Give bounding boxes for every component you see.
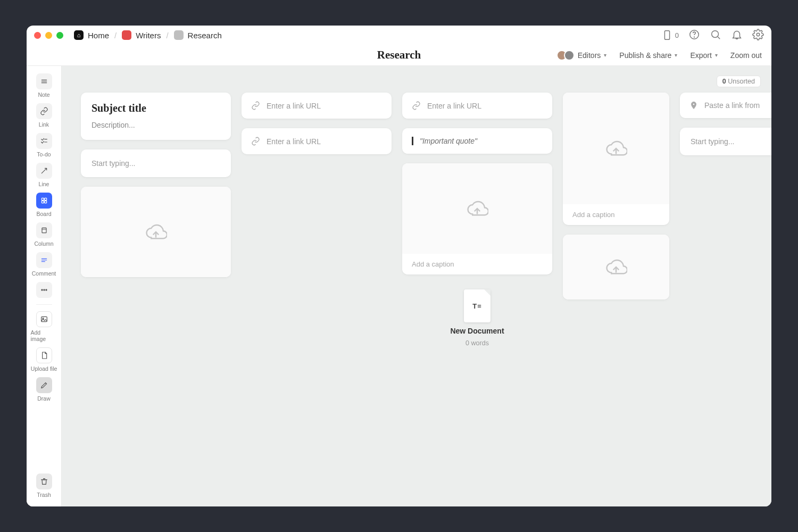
notifications-button[interactable] bbox=[731, 29, 743, 42]
quote-placeholder[interactable]: "Important quote" bbox=[412, 137, 543, 145]
line-icon bbox=[36, 163, 52, 179]
tool-draw[interactable]: Draw bbox=[31, 377, 57, 402]
help-icon bbox=[688, 29, 700, 40]
cloud-upload-icon bbox=[605, 256, 627, 278]
tool-label: Line bbox=[39, 181, 49, 187]
window-minimize[interactable] bbox=[45, 32, 52, 39]
search-button[interactable] bbox=[710, 29, 721, 42]
tool-column[interactable]: Column bbox=[31, 222, 57, 247]
svg-rect-23 bbox=[41, 317, 47, 321]
breadcrumb-writers[interactable]: Writers bbox=[122, 30, 161, 40]
avatar-stack bbox=[556, 50, 575, 61]
tool-comment[interactable]: Comment bbox=[31, 252, 57, 277]
image-dropzone[interactable] bbox=[81, 187, 231, 277]
quote-card[interactable]: "Important quote" bbox=[402, 128, 552, 154]
image-dropzone[interactable] bbox=[402, 163, 552, 254]
breadcrumb-home[interactable]: ⌂ Home bbox=[74, 30, 109, 40]
note-card[interactable]: Start typing... bbox=[680, 128, 771, 155]
note-placeholder[interactable]: Start typing... bbox=[691, 137, 765, 146]
note-placeholder[interactable]: Start typing... bbox=[92, 159, 220, 168]
caption-input[interactable]: Add a caption bbox=[402, 254, 552, 275]
tool-trash[interactable]: Trash bbox=[31, 473, 57, 498]
sidebar-divider bbox=[36, 304, 52, 305]
link-placeholder[interactable]: Enter a link URL bbox=[427, 102, 481, 110]
tool-note[interactable]: Note bbox=[31, 73, 57, 98]
image-card[interactable]: Add a caption bbox=[402, 163, 552, 275]
canvas[interactable]: 0 Unsorted Subject title Description... … bbox=[62, 66, 771, 506]
cloud-upload-icon bbox=[605, 137, 627, 160]
cards-badge[interactable]: 0 bbox=[661, 29, 679, 41]
tool-add-image[interactable]: Add image bbox=[31, 311, 57, 342]
bell-icon bbox=[731, 29, 743, 40]
breadcrumb-research[interactable]: Research bbox=[174, 30, 222, 40]
subject-card[interactable]: Subject title Description... bbox=[81, 93, 231, 140]
cards-count: 0 bbox=[675, 31, 679, 39]
body: Note Link To-do Line Board Column bbox=[27, 66, 771, 506]
tool-label: Trash bbox=[37, 492, 51, 498]
tool-label: Note bbox=[38, 92, 49, 98]
window-zoom[interactable] bbox=[56, 32, 63, 39]
cloud-upload-icon bbox=[145, 221, 167, 243]
zoom-out-button[interactable]: Zoom out bbox=[730, 51, 762, 60]
window-close[interactable] bbox=[34, 32, 41, 39]
traffic-lights bbox=[34, 32, 63, 39]
export-menu[interactable]: Export ▾ bbox=[690, 51, 717, 60]
image-card[interactable]: Add a caption bbox=[563, 93, 669, 225]
canvas-column: Paste a link from Start typing... bbox=[680, 93, 771, 155]
header-actions: Editors ▾ Publish & share ▾ Export ▾ Zoo… bbox=[556, 50, 762, 61]
svg-point-24 bbox=[43, 318, 44, 319]
avatar bbox=[564, 50, 575, 61]
image-dropzone[interactable] bbox=[563, 235, 669, 300]
link-card[interactable]: Enter a link URL bbox=[242, 93, 392, 119]
svg-rect-15 bbox=[42, 228, 46, 232]
settings-button[interactable] bbox=[752, 29, 764, 42]
subject-description[interactable]: Description... bbox=[92, 121, 220, 129]
link-placeholder[interactable]: Enter a link URL bbox=[267, 102, 321, 110]
card-icon bbox=[661, 29, 673, 41]
tool-more[interactable] bbox=[31, 282, 57, 298]
file-icon bbox=[36, 347, 52, 363]
map-link-card[interactable]: Paste a link from bbox=[680, 93, 771, 118]
svg-rect-13 bbox=[41, 201, 44, 203]
link-card[interactable]: Enter a link URL bbox=[242, 128, 392, 154]
comment-icon bbox=[36, 252, 52, 268]
link-placeholder[interactable]: Enter a link URL bbox=[267, 137, 321, 146]
pin-icon bbox=[689, 101, 698, 110]
document-meta: 0 words bbox=[466, 339, 489, 347]
tool-link[interactable]: Link bbox=[31, 103, 57, 128]
note-card[interactable]: Start typing... bbox=[81, 149, 231, 177]
breadcrumb-label: Research bbox=[188, 31, 222, 40]
image-card[interactable] bbox=[563, 235, 669, 300]
gear-icon bbox=[752, 29, 764, 40]
pin-placeholder[interactable]: Paste a link from bbox=[704, 101, 760, 110]
svg-point-4 bbox=[757, 33, 760, 36]
chevron-down-icon: ▾ bbox=[715, 52, 718, 58]
subject-title[interactable]: Subject title bbox=[92, 102, 220, 114]
svg-point-20 bbox=[41, 289, 42, 290]
header-row: Research Editors ▾ Publish & share ▾ Exp… bbox=[27, 45, 771, 66]
tool-todo[interactable]: To-do bbox=[31, 133, 57, 157]
canvas-column: Enter a link URL Enter a link URL bbox=[242, 93, 392, 154]
todo-icon bbox=[36, 133, 52, 149]
breadcrumb-separator: / bbox=[114, 31, 117, 40]
breadcrumb: ⌂ Home / Writers / Research bbox=[74, 30, 222, 40]
tool-label: Add image bbox=[31, 329, 57, 342]
link-card[interactable]: Enter a link URL bbox=[402, 93, 552, 119]
document-block[interactable]: T≡ New Document 0 words bbox=[402, 284, 552, 347]
column-icon bbox=[36, 222, 52, 238]
svg-line-10 bbox=[41, 168, 46, 173]
tool-line[interactable]: Line bbox=[31, 163, 57, 187]
tool-board[interactable]: Board bbox=[31, 193, 57, 217]
editors-menu[interactable]: Editors ▾ bbox=[556, 50, 607, 61]
cloud-upload-icon bbox=[466, 197, 488, 220]
caption-input[interactable]: Add a caption bbox=[563, 204, 669, 225]
tool-upload-file[interactable]: Upload file bbox=[31, 347, 57, 372]
canvas-column: Enter a link URL "Important quote" Add a… bbox=[402, 93, 552, 347]
page-title: Research bbox=[377, 48, 421, 62]
unsorted-pill[interactable]: 0 Unsorted bbox=[717, 76, 761, 87]
image-dropzone[interactable] bbox=[563, 93, 669, 204]
publish-menu[interactable]: Publish & share ▾ bbox=[619, 51, 677, 60]
image-card[interactable] bbox=[81, 187, 231, 277]
search-icon bbox=[710, 29, 721, 40]
help-button[interactable] bbox=[688, 29, 700, 42]
